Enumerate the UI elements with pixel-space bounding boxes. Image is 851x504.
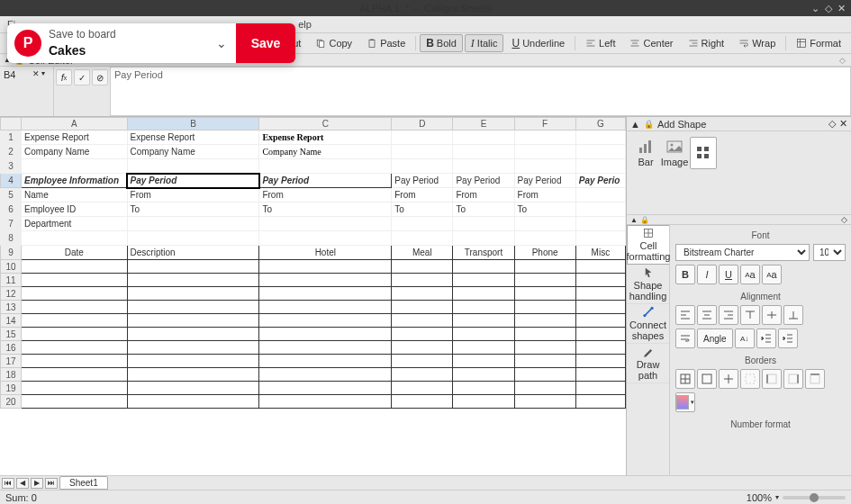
- align-center-button[interactable]: Center: [623, 34, 679, 52]
- cell-reference-box[interactable]: ✕ ▾: [0, 67, 54, 116]
- sheet-nav-first[interactable]: ⏮: [2, 478, 14, 489]
- font-superscript-button[interactable]: Aa: [740, 265, 760, 284]
- menu-help[interactable]: elp: [298, 19, 312, 30]
- sheet-nav-last[interactable]: ⏭: [45, 478, 58, 489]
- cell-C9[interactable]: Hotel: [259, 246, 392, 260]
- add-shape-header[interactable]: ▲ 🔒 Add Shape ◇✕: [627, 117, 851, 131]
- paste-button[interactable]: Paste: [360, 34, 412, 52]
- underline-button[interactable]: UUnderline: [505, 34, 571, 52]
- cell-D5[interactable]: From: [392, 188, 453, 202]
- cell-A4[interactable]: Employee Information: [22, 174, 127, 188]
- diamond-icon[interactable]: ◇: [828, 118, 836, 130]
- font-family-select[interactable]: Bitstream Charter: [675, 244, 810, 261]
- cell-C1[interactable]: Expense Report: [259, 130, 392, 145]
- indent-decrease-button[interactable]: [756, 328, 776, 348]
- row-header-14[interactable]: 14: [1, 314, 22, 328]
- bold-button[interactable]: BBold: [420, 34, 463, 52]
- row-header-10[interactable]: 10: [1, 260, 22, 274]
- align-right-button[interactable]: Right: [682, 34, 731, 52]
- row-header-7[interactable]: 7: [1, 217, 22, 231]
- row-header-4[interactable]: 4: [1, 174, 22, 188]
- row-header-13[interactable]: 13: [1, 301, 22, 314]
- italic-button[interactable]: IItalic: [465, 34, 504, 52]
- cell-reference-input[interactable]: [4, 69, 31, 80]
- angle-button[interactable]: Angle: [697, 328, 733, 348]
- border-inner-button[interactable]: [719, 369, 738, 389]
- window-minimize-icon[interactable]: ⌄: [811, 3, 819, 14]
- v-align-top-button[interactable]: [740, 305, 760, 325]
- font-italic-button[interactable]: I: [697, 265, 717, 284]
- align-left-button[interactable]: Left: [579, 34, 621, 52]
- pin-save-button[interactable]: Save: [236, 23, 295, 63]
- properties-header[interactable]: ▲ 🔒 ◇: [627, 214, 851, 225]
- cell-B9[interactable]: Description: [127, 246, 259, 260]
- cell-A6[interactable]: Employee ID: [22, 202, 127, 217]
- cell-E4[interactable]: Pay Period: [453, 174, 514, 188]
- row-header-1[interactable]: 1: [1, 130, 22, 145]
- font-size-select[interactable]: 10: [813, 244, 846, 261]
- h-align-center-button[interactable]: [697, 305, 717, 325]
- shape-image-button[interactable]: Image: [661, 137, 688, 169]
- collapse-triangle-icon[interactable]: ▲: [630, 119, 640, 130]
- clear-icon[interactable]: ✕: [32, 69, 40, 78]
- row-header-8[interactable]: 8: [1, 231, 22, 246]
- tab-connect-shapes[interactable]: Connect shapes: [627, 304, 669, 344]
- zoom-slider[interactable]: [783, 496, 846, 500]
- row-header-5[interactable]: 5: [1, 188, 22, 202]
- pin-chevron-down-icon[interactable]: ⌄: [216, 36, 236, 50]
- v-align-bottom-button[interactable]: [783, 305, 803, 325]
- font-underline-button[interactable]: U: [719, 265, 738, 284]
- cell-D9[interactable]: Meal: [392, 246, 453, 260]
- border-outer-button[interactable]: [697, 369, 717, 389]
- column-header-B[interactable]: B: [127, 118, 259, 130]
- cell-A5[interactable]: Name: [22, 188, 127, 202]
- wrap-text-button[interactable]: [675, 328, 695, 348]
- cell-B6[interactable]: To: [127, 202, 259, 217]
- tab-cell-formatting[interactable]: Cell formatting: [627, 225, 669, 265]
- font-subscript-button[interactable]: Aa: [762, 265, 782, 284]
- border-right-button[interactable]: [783, 369, 803, 389]
- cell-C4[interactable]: Pay Period: [259, 174, 392, 188]
- column-header-D[interactable]: D: [392, 118, 453, 130]
- cell-F4[interactable]: Pay Period: [514, 174, 575, 188]
- wrap-button[interactable]: Wrap: [732, 34, 782, 52]
- column-header-F[interactable]: F: [514, 118, 575, 130]
- cell-B4[interactable]: Pay Period: [127, 174, 259, 188]
- cell-A9[interactable]: Date: [22, 246, 127, 260]
- sheet-tab[interactable]: Sheet1: [59, 476, 108, 490]
- corner-cell[interactable]: [1, 118, 22, 130]
- row-header-2[interactable]: 2: [1, 145, 22, 159]
- cell-E9[interactable]: Transport: [453, 246, 514, 260]
- cell-G9[interactable]: Misc: [575, 246, 625, 260]
- h-align-left-button[interactable]: [675, 305, 695, 325]
- cell-A2[interactable]: Company Name: [22, 145, 127, 159]
- spreadsheet-grid[interactable]: A B C D E F G 1 Expense Report Expense R…: [0, 117, 626, 475]
- chevron-down-icon[interactable]: ▾: [41, 69, 45, 77]
- format-button[interactable]: Format: [790, 34, 847, 52]
- row-header-3[interactable]: 3: [1, 159, 22, 174]
- shape-bar-button[interactable]: Bar: [632, 137, 659, 169]
- cell-E5[interactable]: From: [453, 188, 514, 202]
- row-header-11[interactable]: 11: [1, 274, 22, 287]
- cell-G4[interactable]: Pay Perio: [575, 174, 625, 188]
- formula-input[interactable]: Pay Period: [110, 67, 851, 116]
- cell-D4[interactable]: Pay Period: [392, 174, 453, 188]
- row-header-6[interactable]: 6: [1, 202, 22, 217]
- vertical-text-button[interactable]: A↓: [735, 328, 755, 348]
- row-header-15[interactable]: 15: [1, 328, 22, 341]
- window-close-icon[interactable]: ✕: [837, 3, 846, 14]
- border-all-button[interactable]: [675, 369, 695, 389]
- cell-B5[interactable]: From: [127, 188, 259, 202]
- column-header-E[interactable]: E: [453, 118, 514, 130]
- v-align-middle-button[interactable]: [762, 305, 782, 325]
- cell-F5[interactable]: From: [514, 188, 575, 202]
- diamond-icon[interactable]: ◇: [839, 56, 846, 65]
- accept-button[interactable]: ✓: [74, 69, 90, 86]
- function-button[interactable]: fx: [56, 69, 72, 86]
- cell-A7[interactable]: Department: [22, 217, 127, 231]
- row-header-16[interactable]: 16: [1, 341, 22, 355]
- sheet-nav-prev[interactable]: ◀: [16, 478, 29, 489]
- cell-B2[interactable]: Company Name: [127, 145, 259, 159]
- cell-E6[interactable]: To: [453, 202, 514, 217]
- column-header-C[interactable]: C: [259, 118, 392, 130]
